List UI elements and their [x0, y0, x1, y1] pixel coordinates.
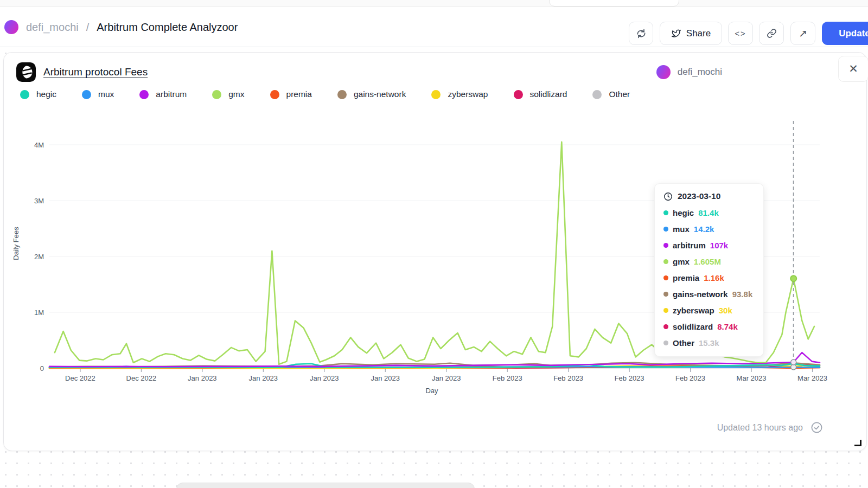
- hover-marker-gmx: [790, 275, 796, 281]
- share-label: Share: [686, 28, 711, 39]
- y-tick-label: 2M: [34, 253, 44, 261]
- breadcrumb-user[interactable]: defi_mochi: [26, 21, 79, 34]
- x-axis-title: Day: [425, 387, 438, 395]
- x-tick-label: Jan 2023: [371, 374, 400, 382]
- tooltip-row-mux: mux14.2k: [663, 224, 755, 234]
- x-tick-label: Dec 2022: [65, 374, 95, 382]
- tooltip-dot: [663, 227, 668, 232]
- tooltip-dot: [663, 259, 668, 264]
- tooltip-dot: [663, 324, 668, 329]
- tooltip-series-name: mux: [673, 224, 690, 234]
- y-tick-label: 0: [40, 364, 44, 373]
- x-tick-label: Jan 2023: [249, 374, 278, 382]
- cutoff-bottom-widget: [176, 483, 475, 488]
- tooltip-series-value: 93.8k: [732, 290, 753, 299]
- updated-text: Updated 13 hours ago: [717, 423, 803, 433]
- tooltip-dot: [663, 341, 668, 345]
- tooltip-series-name: gmx: [673, 257, 690, 266]
- code-icon: <>: [735, 29, 746, 38]
- tooltip-row-hegic: hegic81.4k: [663, 208, 755, 217]
- refresh-button[interactable]: [629, 22, 653, 45]
- tooltip-header: 2023-03-10: [663, 191, 755, 201]
- tooltip-rows: hegic81.4kmux14.2karbitrum107kgmx1.605Mp…: [663, 208, 755, 348]
- x-tick-label: Mar 2023: [737, 374, 767, 382]
- y-tick-label: 3M: [34, 197, 44, 205]
- updated-status: Updated 13 hours ago: [717, 421, 823, 434]
- breadcrumb: defi_mochi / Arbitrum Complete Analyzoor: [4, 7, 238, 47]
- tooltip-dot: [663, 243, 668, 248]
- dashboard-header: defi_mochi / Arbitrum Complete Analyzoor…: [0, 7, 868, 47]
- tooltip-series-name: hegic: [673, 208, 694, 217]
- tooltip-series-value: 1.605M: [694, 257, 721, 266]
- open-external-button[interactable]: ↗: [790, 22, 815, 45]
- tooltip-date: 2023-03-10: [678, 191, 720, 201]
- chart-tooltip: 2023-03-10 hegic81.4kmux14.2karbitrum107…: [654, 183, 764, 357]
- tooltip-dot: [663, 275, 668, 280]
- chart-widget-card: Arbitrum protocol Fees defi_mochi ✕ hegi…: [3, 52, 867, 451]
- update-label: Update: [839, 28, 868, 39]
- x-tick-label: Jan 2023: [188, 374, 217, 382]
- tooltip-dot: [663, 308, 668, 313]
- twitter-icon: [671, 29, 681, 38]
- tooltip-series-name: Other: [673, 338, 694, 348]
- resize-handle[interactable]: [854, 440, 861, 446]
- embed-code-button[interactable]: <>: [728, 22, 753, 45]
- tooltip-series-value: 8.74k: [717, 322, 738, 331]
- arrow-up-right-icon: ↗: [799, 27, 807, 40]
- tooltip-row-gains-network: gains-network93.8k: [663, 290, 755, 299]
- tooltip-series-value: 15.3k: [699, 338, 719, 348]
- tooltip-series-name: arbitrum: [673, 241, 706, 250]
- tooltip-series-value: 1.16k: [704, 273, 724, 282]
- clock-icon: [663, 192, 673, 201]
- tooltip-series-name: gains-network: [673, 290, 728, 299]
- copy-link-button[interactable]: [759, 22, 784, 45]
- page-title: Arbitrum Complete Analyzoor: [97, 21, 238, 34]
- x-tick-label: Mar 2023: [797, 374, 827, 382]
- update-button[interactable]: Update: [822, 22, 868, 45]
- tooltip-row-gmx: gmx1.605M: [663, 257, 755, 266]
- x-tick-label: Feb 2023: [675, 374, 705, 382]
- tooltip-series-value: 107k: [710, 241, 728, 250]
- cutoff-popover: [549, 0, 679, 7]
- x-tick-label: Jan 2023: [310, 374, 339, 382]
- tooltip-row-premia: premia1.16k: [663, 273, 755, 282]
- tooltip-dot: [663, 292, 668, 297]
- tooltip-series-value: 14.2k: [694, 224, 714, 234]
- y-tick-label: 4M: [34, 141, 44, 149]
- tooltip-series-name: zyberswap: [673, 306, 714, 315]
- user-avatar[interactable]: [4, 20, 18, 34]
- share-button[interactable]: Share: [660, 22, 722, 45]
- refresh-icon: [636, 28, 647, 39]
- tooltip-series-value: 81.4k: [698, 208, 719, 217]
- tooltip-row-arbitrum: arbitrum107k: [663, 241, 755, 250]
- tooltip-series-value: 30k: [719, 306, 732, 315]
- x-tick-label: Feb 2023: [553, 374, 583, 382]
- link-icon: [767, 28, 777, 38]
- hover-marker-arbitrum: [791, 359, 796, 365]
- dashboard-canvas: Arbitrum protocol Fees defi_mochi ✕ hegi…: [0, 48, 868, 488]
- x-tick-label: Feb 2023: [615, 374, 644, 382]
- check-circle-icon[interactable]: [810, 421, 823, 434]
- x-tick-label: Dec 2022: [126, 374, 157, 382]
- x-tick-label: Jan 2023: [432, 374, 461, 382]
- y-tick-label: 1M: [34, 309, 44, 317]
- tooltip-series-name: solidlizard: [673, 322, 713, 331]
- y-axis-title: Daily Fees: [12, 227, 20, 260]
- tooltip-dot: [663, 210, 668, 215]
- breadcrumb-separator: /: [86, 21, 90, 34]
- x-tick-label: Feb 2023: [493, 374, 522, 382]
- tooltip-series-name: premia: [673, 273, 699, 282]
- tooltip-row-solidlizard: solidlizard8.74k: [663, 322, 755, 331]
- top-strip: [0, 0, 868, 7]
- tooltip-row-Other: Other15.3k: [663, 338, 755, 348]
- tooltip-row-zyberswap: zyberswap30k: [663, 306, 755, 315]
